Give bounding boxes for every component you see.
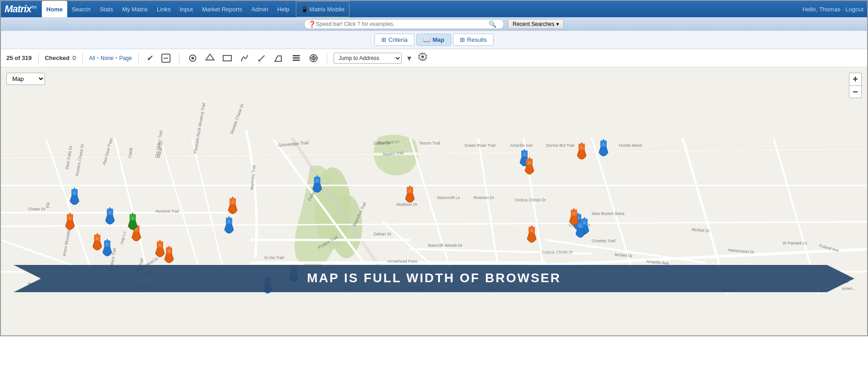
nav-item-input[interactable]: Input — [175, 1, 197, 17]
select-none-btn[interactable]: None — [100, 55, 114, 61]
results-count: 25 of 319 — [6, 55, 32, 61]
zoom-out-button[interactable]: − — [849, 85, 862, 98]
divider-4 — [179, 53, 180, 64]
svg-text:Dunne Bot Trail: Dunne Bot Trail — [546, 143, 574, 148]
nav-item-help[interactable]: Help — [273, 1, 294, 17]
map-toolbar: 25 of 319 Checked 0 All • None • Page ✔ — [1, 49, 867, 67]
tab-results[interactable]: ⊞ Results — [453, 34, 494, 46]
svg-point-16 — [421, 55, 424, 58]
svg-text:MAP IS FULL WIDTH OF BROWSER: MAP IS FULL WIDTH OF BROWSER — [307, 271, 561, 285]
svg-text:Chase Dr: Chase Dr — [28, 207, 45, 211]
svg-text:Debarr Dr: Debarr Dr — [374, 232, 392, 236]
svg-text:Lubbock Ln: Lubbock Ln — [569, 223, 590, 227]
nav-item-market-reports[interactable]: Market Reports — [197, 1, 247, 17]
svg-rect-10 — [293, 57, 300, 59]
results-grid-icon: ⊞ — [460, 36, 465, 43]
svg-marker-7 — [275, 56, 281, 61]
tab-map-label: Map — [433, 36, 444, 43]
checked-count: 0 — [72, 55, 75, 61]
tab-criteria[interactable]: ⊞ Criteria — [374, 34, 414, 46]
svg-text:Hondo Bend: Hondo Bend — [619, 143, 642, 148]
divider-5 — [327, 53, 327, 64]
svg-text:Muldoon Dr: Muldoon Dr — [396, 202, 418, 207]
nav-item-search[interactable]: Search — [67, 1, 95, 17]
draw-polygon-tool[interactable] — [203, 52, 217, 64]
svg-text:W Painted Ln: W Painted Ln — [783, 241, 807, 245]
nav-item-stats[interactable]: Stats — [95, 1, 118, 17]
recent-searches-label: Recent Searches — [513, 21, 554, 27]
nav-item-home[interactable]: Home — [42, 1, 67, 17]
map-type-dropdown[interactable]: Map Satellite Terrain — [6, 73, 45, 85]
draw-pencil-tool[interactable] — [255, 52, 269, 64]
nav-item-admin[interactable]: Admin — [247, 1, 273, 17]
zoom-in-button[interactable]: + — [849, 73, 862, 85]
app-logo: MatrixTM — [5, 3, 36, 15]
recent-searches-chevron: ▾ — [556, 21, 559, 27]
select-buttons: All • None • Page — [89, 55, 132, 61]
logout-link[interactable]: Logout — [845, 6, 863, 13]
uncheck-icon — [161, 53, 171, 63]
svg-text:Tesoro Trail: Tesoro Trail — [419, 141, 440, 145]
criteria-icon: ⊞ — [381, 36, 386, 43]
checked-label: Checked — [45, 55, 70, 61]
uncheck-all-icon-btn[interactable] — [159, 52, 173, 64]
select-all-btn[interactable]: All — [89, 55, 95, 61]
arrow-svg: MAP IS FULL WIDTH OF BROWSER — [14, 258, 854, 299]
svg-marker-4 — [206, 54, 214, 60]
jump-to-address-dropdown[interactable]: ▾ — [405, 52, 413, 64]
svg-text:Corpus Christi Dr: Corpus Christi Dr — [542, 250, 573, 254]
speed-bar: ❓ 🔍 Recent Searches ▾ — [1, 17, 867, 31]
nav-item-mymatrix[interactable]: My Matrix — [118, 1, 152, 17]
tab-map[interactable]: 📖 Map — [416, 34, 451, 46]
draw-freehand-tool[interactable] — [238, 52, 251, 64]
speed-bar-input-wrap: ❓ 🔍 — [304, 19, 504, 29]
svg-text:Bancroft Woods Dr: Bancroft Woods Dr — [428, 243, 463, 248]
divider-1 — [38, 53, 39, 64]
tab-results-label: Results — [467, 36, 487, 43]
svg-text:Moorcroft Ln: Moorcroft Ln — [437, 195, 460, 200]
user-greeting: Hello, Thomas — [803, 6, 841, 13]
draw-layers-tool[interactable] — [289, 52, 303, 64]
nav-item-matrix-mobile[interactable]: 📱Matrix Mobile — [296, 1, 349, 17]
check-all-icon-btn[interactable]: ✔ — [145, 52, 155, 64]
draw-erase-tool[interactable] — [272, 52, 286, 64]
zoom-controls: + − — [849, 73, 862, 98]
svg-rect-9 — [293, 60, 300, 61]
svg-text:rketshot Trail: rketshot Trail — [155, 209, 179, 214]
recent-searches-button[interactable]: Recent Searches ▾ — [508, 19, 564, 29]
map-container[interactable]: Grovedale Trail Steeple Chase Dr Pleasan… — [1, 67, 867, 335]
nav-items: Home Search Stats My Matrix Links Input … — [42, 1, 803, 17]
map-settings-button[interactable] — [417, 51, 429, 65]
svg-point-3 — [191, 57, 194, 60]
top-nav-bar: MatrixTM Home Search Stats My Matrix Lin… — [1, 1, 867, 17]
map-book-icon: 📖 — [423, 36, 430, 43]
svg-text:Amarillo Ave: Amarillo Ave — [510, 143, 533, 148]
svg-text:Riverton Dr: Riverton Dr — [474, 195, 494, 200]
speedbar-question-icon[interactable]: ❓ — [308, 20, 316, 28]
checked-info: Checked 0 — [45, 55, 76, 61]
svg-line-6 — [259, 55, 264, 61]
speed-bar-input[interactable] — [316, 21, 489, 27]
jump-to-address-select[interactable]: Jump to Address — [334, 53, 402, 64]
select-page-btn[interactable]: Page — [119, 55, 132, 61]
user-greeting-area: Hello, Thomas · Logout — [803, 6, 863, 13]
draw-rect-tool[interactable] — [220, 52, 234, 64]
divider-3 — [138, 53, 139, 64]
svg-text:Green River Trail: Green River Trail — [464, 143, 495, 148]
svg-text:Corpus Christi Dr: Corpus Christi Dr — [514, 198, 546, 202]
map-type-selector[interactable]: Map Satellite Terrain — [6, 73, 45, 85]
svg-text:New Boston Beira: New Boston Beira — [592, 211, 624, 216]
tab-bar: ⊞ Criteria 📖 Map ⊞ Results — [1, 31, 867, 49]
svg-rect-5 — [223, 55, 231, 61]
svg-text:Crowley Trail: Crowley Trail — [592, 239, 615, 243]
draw-target-tool[interactable] — [307, 52, 320, 64]
draw-point-tool[interactable] — [186, 52, 200, 64]
nav-item-links[interactable]: Links — [152, 1, 175, 17]
svg-rect-11 — [293, 55, 300, 56]
tab-criteria-label: Criteria — [389, 36, 408, 43]
speedbar-search-icon[interactable]: 🔍 — [489, 20, 496, 28]
arrow-banner: MAP IS FULL WIDTH OF BROWSER — [1, 258, 867, 299]
divider-2 — [82, 53, 83, 64]
